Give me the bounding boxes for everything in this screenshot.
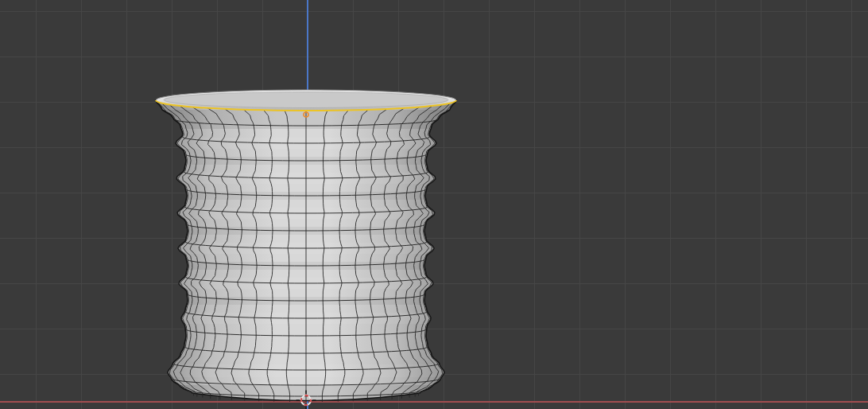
viewport[interactable] <box>0 0 868 409</box>
scene-svg <box>0 0 868 409</box>
mesh-object[interactable] <box>147 90 465 402</box>
